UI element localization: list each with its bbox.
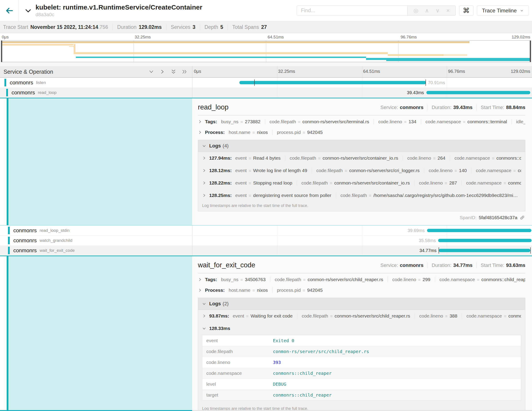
log-field-key: code.filepath: [341, 193, 367, 198]
log-field-key: code.filepath: [316, 168, 343, 173]
summary-item: Duration 129.02ms: [113, 24, 162, 30]
summary-label: Depth: [205, 24, 218, 30]
log-fields: event=Stopping read loopcode.filepath=co…: [235, 180, 521, 186]
process-key: process.pid: [277, 288, 301, 293]
equals-sign: =: [445, 181, 447, 186]
summary-value-suffix: .756: [98, 24, 108, 30]
process-label: Process:: [205, 130, 225, 135]
log-timestamp: 128.12ms:: [209, 168, 232, 173]
tag-key: code.lineno: [392, 277, 416, 282]
minimap-span-bar: [388, 54, 444, 56]
clipped-row-border: [192, 410, 532, 411]
span-id-row: SpanID: 5faf48165428c37a: [198, 211, 525, 222]
equals-sign: =: [249, 168, 251, 173]
collapse-trace-header-button[interactable]: [24, 7, 32, 14]
span-bar[interactable]: [427, 229, 531, 232]
minimap-span-bar: [366, 58, 530, 60]
logs-section: Logs (2) 93.87ms: event=Waiting for exit…: [198, 298, 525, 411]
chevron-right-icon[interactable]: [160, 69, 165, 74]
log-field-pair: event=Waiting for exit code: [233, 313, 293, 319]
log-field-value: 140: [459, 168, 467, 173]
span-bar[interactable]: [239, 81, 426, 84]
double-chevron-down-icon[interactable]: [171, 69, 176, 74]
detail-indent-column: [0, 256, 192, 411]
detail-indent-column: [0, 98, 192, 225]
span-name-cell[interactable]: conmonrs wait_for_exit_code: [0, 245, 192, 255]
detail-title: read_loop: [198, 103, 228, 111]
back-button[interactable]: [0, 0, 19, 21]
log-field-value: conmon…: [508, 180, 521, 186]
log-entry[interactable]: 128.33ms: [198, 322, 525, 335]
chevron-down-icon[interactable]: [149, 69, 154, 74]
detail-meta: Service:conmonrsDuration:39.43msStart Ti…: [380, 103, 525, 110]
span-bar[interactable]: [438, 239, 532, 242]
logs-header[interactable]: Logs (4): [198, 140, 525, 152]
detail-meta-label: Duration:: [432, 105, 451, 110]
minimap-canvas[interactable]: [1, 40, 531, 62]
find-input[interactable]: [297, 5, 408, 16]
span-bar[interactable]: [426, 91, 531, 94]
equals-sign: =: [303, 277, 305, 282]
detail-meta-item: Start Time:88.84ms: [476, 105, 525, 110]
minimap-tick-label: 129.02ms: [512, 35, 530, 39]
summary-value: 5: [220, 24, 223, 30]
log-entry[interactable]: 128.12ms: event=Wrote log line of length…: [198, 164, 525, 177]
log-table-key: target: [206, 392, 273, 398]
log-entry[interactable]: 93.87ms: event=Waiting for exit codecode…: [198, 310, 525, 322]
span-name-cell[interactable]: conmonrs listen: [0, 78, 192, 88]
log-field-pair: code.filepath=conmon-rs/server/src/cri_l…: [312, 168, 420, 173]
span-boundary-tick: [426, 79, 426, 86]
link-icon[interactable]: [520, 215, 525, 220]
log-entry[interactable]: 128.25ms: event=deregistering event sour…: [198, 189, 525, 202]
detail-meta-value: 93.63ms: [506, 263, 525, 268]
keyboard-shortcuts-button[interactable]: ⌘: [459, 5, 474, 16]
tags-row[interactable]: Tags: busy_ns=273882code.filepath=conmon…: [198, 116, 525, 127]
process-row[interactable]: Process: host.name=nixosprocess.pid=9420…: [198, 285, 525, 295]
chevron-right-icon: [202, 181, 206, 185]
chevron-right-icon: [198, 130, 202, 134]
chevron-down-icon: [24, 7, 32, 14]
next-result-icon[interactable]: ∨: [436, 7, 440, 14]
log-field-value: Stopping read loop: [253, 180, 292, 186]
find-controls: ◎∧∨×: [408, 5, 456, 16]
minimap-scrubber-right[interactable]: [530, 41, 531, 62]
span-name-cell[interactable]: conmonrs read_loop: [0, 88, 192, 98]
log-entry[interactable]: 127.94ms: event=Read 4 bytescode.filepat…: [198, 152, 525, 164]
log-timestamp: 128.33ms: [209, 326, 230, 331]
process-value: 942045: [307, 288, 323, 293]
prev-result-icon[interactable]: ∧: [425, 7, 429, 14]
process-row[interactable]: Process: host.name=nixosprocess.pid=9420…: [198, 127, 525, 138]
view-selector-button[interactable]: Trace Timeline: [477, 5, 529, 16]
log-entry-wrap: 128.25ms: event=deregistering event sour…: [198, 189, 525, 202]
detail-meta-label: Service:: [380, 105, 398, 110]
process-value: nixos: [257, 288, 268, 293]
span-duration-label: 39.43ms: [407, 90, 424, 95]
log-field-value: conmon-rs/server/src/child_reaper.rs: [334, 313, 410, 318]
span-name-cell[interactable]: conmonrs watch_grandchild: [0, 235, 192, 245]
equals-sign: =: [318, 156, 321, 161]
span-timeline-cell: 70.91ms: [192, 78, 532, 88]
process-value: nixos: [257, 130, 268, 135]
match-target-icon[interactable]: ◎: [413, 7, 418, 14]
span-duration-label: 35.58ms: [419, 238, 436, 243]
double-chevron-right-icon[interactable]: [182, 69, 187, 74]
tags-row[interactable]: Tags: busy_ns=34506763code.filepath=conm…: [198, 274, 525, 285]
log-field-key: event: [235, 193, 247, 198]
log-entry[interactable]: 128.22ms: event=Stopping read loopcode.f…: [198, 177, 525, 189]
detail-meta-item: Start Time:93.63ms: [476, 263, 525, 268]
tag-value: 134: [409, 119, 416, 124]
equals-sign: =: [303, 288, 305, 293]
span-bar[interactable]: [439, 249, 530, 252]
trace-summary-bar: Trace Start November 15 2022, 11:24:14.7…: [0, 21, 532, 33]
logs-header[interactable]: Logs (2): [198, 298, 525, 310]
minimap-scrubber-left[interactable]: [1, 41, 2, 62]
log-entry-wrap: 93.87ms: event=Waiting for exit codecode…: [198, 310, 525, 322]
detail-title: wait_for_exit_code: [198, 261, 255, 269]
log-entry-wrap: 128.12ms: event=Wrote log line of length…: [198, 164, 525, 177]
span-id-label: SpanID:: [460, 215, 476, 220]
tags-pairs: busy_ns=273882code.filepath=conmon-rs/se…: [221, 119, 525, 124]
span-name-cell[interactable]: conmonrs read_loop_stdin: [0, 225, 192, 235]
clear-find-icon[interactable]: ×: [446, 7, 450, 14]
log-entry-wrap: 128.33ms event Exited 0 code.filepath: [198, 322, 525, 401]
log-field-value: conmon-rs/server/src/container_io.rs: [334, 180, 410, 186]
